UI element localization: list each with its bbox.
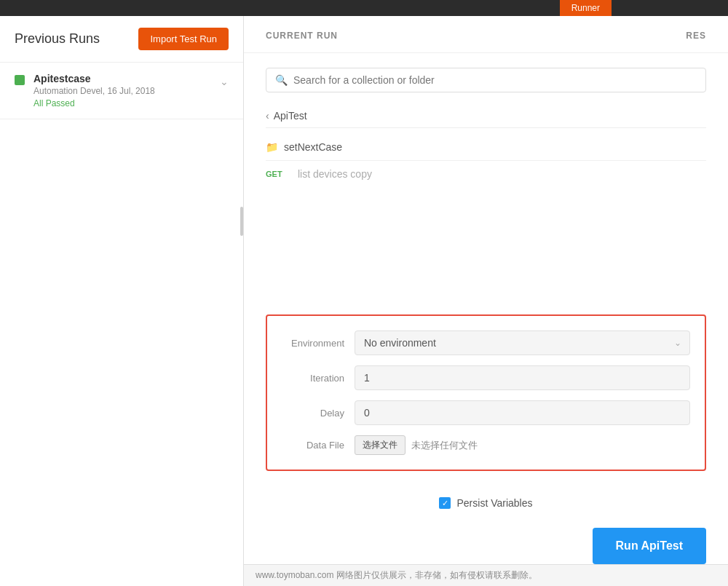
run-item-subtitle: Automation Devel, 16 Jul, 2018 xyxy=(33,86,155,96)
folder-icon: 📁 xyxy=(266,141,278,153)
run-item-status: All Passed xyxy=(33,98,155,108)
content-area: CURRENT RUN RES 🔍 ‹ ApiTest 📁 setNextCas… xyxy=(244,16,728,586)
search-icon: 🔍 xyxy=(275,74,288,86)
search-input[interactable] xyxy=(293,74,697,86)
checkmark-icon: ✓ xyxy=(442,499,448,508)
folder-name: setNextCase xyxy=(284,141,342,153)
environment-row: Environment No environment ⌄ xyxy=(282,330,690,355)
persist-variables-row: ✓ Persist Variables xyxy=(244,486,728,520)
folder-item[interactable]: 📁 setNextCase xyxy=(266,134,706,161)
iteration-row: Iteration xyxy=(282,365,690,390)
request-name: list devices copy xyxy=(298,168,372,180)
sidebar-header: Previous Runs Import Test Run xyxy=(0,16,243,63)
environment-select[interactable]: No environment xyxy=(355,330,690,355)
iteration-input[interactable] xyxy=(355,365,690,390)
request-method-badge: GET xyxy=(266,170,292,178)
main-layout: Previous Runs Import Test Run Apitestcas… xyxy=(0,16,728,586)
delay-input[interactable] xyxy=(355,400,690,425)
run-apitest-button[interactable]: Run ApiTest xyxy=(593,528,706,564)
runner-tab-label: Runner xyxy=(571,3,600,13)
persist-label: Persist Variables xyxy=(456,497,532,509)
request-item[interactable]: GET list devices copy xyxy=(266,161,706,187)
chevron-down-icon: ⌄ xyxy=(220,76,229,87)
data-file-label: Data File xyxy=(282,440,355,451)
collection-nav: ‹ ApiTest xyxy=(266,104,706,128)
config-panel: Environment No environment ⌄ Iteration D… xyxy=(266,314,706,471)
res-label: RES xyxy=(686,31,706,41)
status-dot xyxy=(15,75,25,85)
persist-checkbox[interactable]: ✓ xyxy=(439,497,451,509)
current-run-label: CURRENT RUN xyxy=(266,31,338,41)
collection-area: 🔍 ‹ ApiTest 📁 setNextCase GET list devic… xyxy=(244,53,728,314)
runner-tab[interactable]: Runner xyxy=(560,0,612,16)
footer-text: www.toymoban.com 网络图片仅供展示，非存储，如有侵权请联系删除。 xyxy=(256,570,537,580)
search-box: 🔍 xyxy=(266,68,706,92)
import-test-run-button[interactable]: Import Test Run xyxy=(138,28,229,50)
run-item-name: Apitestcase xyxy=(33,73,155,84)
collection-name: ApiTest xyxy=(274,110,307,122)
footer: www.toymoban.com 网络图片仅供展示，非存储，如有侵权请联系删除。 xyxy=(244,564,728,586)
choose-file-button[interactable]: 选择文件 xyxy=(355,435,405,455)
data-file-row: Data File 选择文件 未选择任何文件 xyxy=(282,435,690,455)
run-item-left: Apitestcase Automation Devel, 16 Jul, 20… xyxy=(15,73,155,108)
environment-label: Environment xyxy=(282,338,355,349)
top-bar: Runner xyxy=(0,0,728,16)
persist-checkbox-wrapper: ✓ Persist Variables xyxy=(439,497,532,509)
back-arrow-icon[interactable]: ‹ xyxy=(266,110,269,122)
delay-label: Delay xyxy=(282,408,355,419)
iteration-label: Iteration xyxy=(282,373,355,384)
run-item-info: Apitestcase Automation Devel, 16 Jul, 20… xyxy=(33,73,155,108)
content-header: CURRENT RUN RES xyxy=(244,16,728,53)
sidebar-scrollbar[interactable] xyxy=(240,207,243,236)
data-file-area: 选择文件 未选择任何文件 xyxy=(355,435,478,455)
delay-row: Delay xyxy=(282,400,690,425)
sidebar: Previous Runs Import Test Run Apitestcas… xyxy=(0,16,244,586)
sidebar-title: Previous Runs xyxy=(15,31,100,47)
no-file-label: 未选择任何文件 xyxy=(411,439,478,452)
run-item[interactable]: Apitestcase Automation Devel, 16 Jul, 20… xyxy=(0,63,243,119)
environment-select-wrapper: No environment ⌄ xyxy=(355,330,690,355)
